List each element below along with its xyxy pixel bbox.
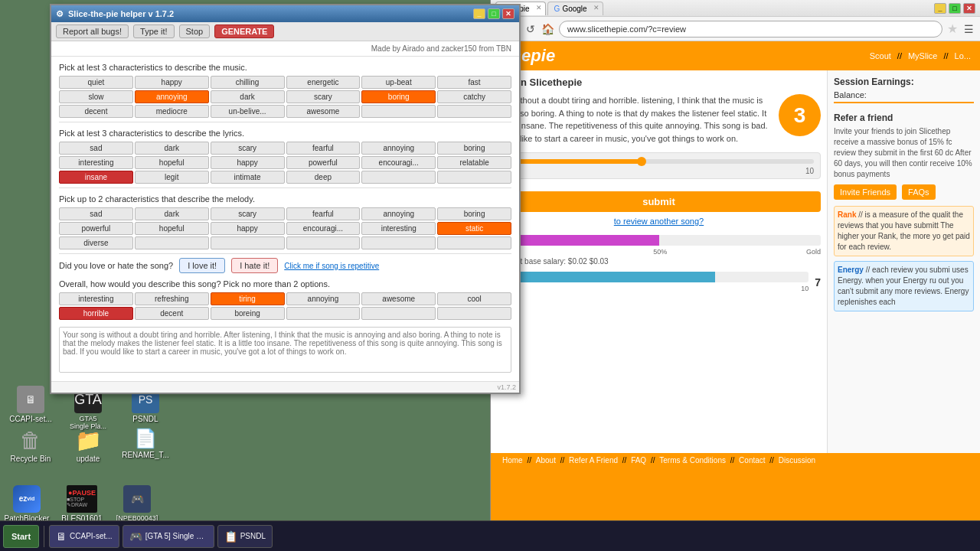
lyrics-tag-powerful[interactable]: powerful: [286, 156, 361, 169]
music-tag-fast[interactable]: fast: [437, 76, 511, 89]
music-tag-dark[interactable]: dark: [211, 90, 285, 103]
nav-myslice-link[interactable]: MySlice: [908, 51, 938, 60]
music-tag-awesome[interactable]: awesome: [286, 105, 361, 118]
desktop-icon-recycle[interactable]: 🗑 Recycle Bin: [4, 425, 57, 466]
lyrics-tag-interesting[interactable]: interesting: [59, 156, 133, 169]
music-tag-unbelievable[interactable]: un-belive...: [211, 105, 285, 118]
browser-minimize-btn[interactable]: _: [934, 3, 946, 14]
hate-btn[interactable]: I hate it!: [231, 258, 278, 273]
lyrics-tag-deep[interactable]: deep: [286, 171, 361, 184]
melody-tag-empty4[interactable]: [361, 236, 436, 249]
overall-tag-tiring[interactable]: tiring: [211, 292, 285, 305]
footer-refer[interactable]: Refer A Friend: [569, 456, 618, 465]
love-btn[interactable]: I love it!: [179, 258, 225, 273]
overall-tag-cool[interactable]: cool: [437, 292, 511, 305]
lyrics-tag-sad[interactable]: sad: [59, 142, 133, 155]
nav-scout-link[interactable]: Scout: [870, 51, 891, 60]
menu-btn[interactable]: ☰: [962, 21, 975, 37]
tab-google-close[interactable]: ✕: [593, 4, 599, 11]
music-tag-scary[interactable]: scary: [286, 90, 361, 103]
overall-tag-boreing[interactable]: boreing: [211, 307, 285, 320]
lyrics-tag-empty1[interactable]: [361, 171, 436, 184]
repetitive-link[interactable]: Click me if song is repetitive: [284, 262, 379, 270]
taskbar-btn-gta[interactable]: 🎮 [GTA 5] Single Pla...: [122, 525, 214, 548]
melody-tag-happy[interactable]: happy: [211, 222, 285, 235]
footer-home[interactable]: Home: [502, 456, 523, 465]
overall-tag-decent[interactable]: decent: [135, 307, 209, 320]
melody-tag-dark[interactable]: dark: [135, 207, 209, 220]
lyrics-tag-happy[interactable]: happy: [211, 156, 285, 169]
lyrics-tag-relatable[interactable]: relatable: [437, 156, 511, 169]
music-tag-happy[interactable]: happy: [135, 76, 209, 89]
lyrics-tag-intimate[interactable]: intimate: [211, 171, 285, 184]
browser-tab-google[interactable]: G Google ✕: [547, 2, 603, 15]
lyrics-tag-insane[interactable]: insane: [59, 171, 133, 184]
faqs-btn[interactable]: FAQs: [902, 184, 936, 200]
music-tag-empty1[interactable]: [361, 105, 436, 118]
stop-btn[interactable]: Stop: [179, 24, 211, 38]
overall-tag-empty2[interactable]: [361, 307, 436, 320]
browser-maximize-btn[interactable]: □: [949, 3, 961, 14]
overall-tag-annoying[interactable]: annoying: [286, 292, 361, 305]
overall-tag-interesting[interactable]: interesting: [59, 292, 133, 305]
footer-about[interactable]: About: [536, 456, 556, 465]
music-tag-quiet[interactable]: quiet: [59, 76, 133, 89]
lyrics-tag-encouraging[interactable]: encouragi...: [361, 156, 436, 169]
music-tag-catchy[interactable]: catchy: [437, 90, 511, 103]
review-another-link[interactable]: to review another song?: [497, 217, 821, 226]
music-tag-chilling[interactable]: chilling: [211, 76, 285, 89]
lyrics-tag-hopeful[interactable]: hopeful: [135, 156, 209, 169]
url-bar[interactable]: [559, 21, 942, 37]
music-tag-slow[interactable]: slow: [59, 90, 133, 103]
overall-tag-empty3[interactable]: [437, 307, 511, 320]
overall-tag-refreshing[interactable]: refreshing: [135, 292, 209, 305]
melody-tag-diverse[interactable]: diverse: [59, 236, 133, 249]
lyrics-tag-annoying[interactable]: annoying: [361, 142, 436, 155]
footer-discussion[interactable]: Discussion: [779, 456, 815, 465]
lyrics-tag-boring[interactable]: boring: [437, 142, 511, 155]
music-tag-energetic[interactable]: energetic: [286, 76, 361, 89]
review-textarea[interactable]: [59, 327, 511, 373]
melody-tag-fearful[interactable]: fearful: [286, 207, 361, 220]
lyrics-tag-legit[interactable]: legit: [135, 171, 209, 184]
helper-maximize-btn[interactable]: □: [488, 8, 500, 19]
tab-stp-close[interactable]: ✕: [536, 4, 542, 11]
music-tag-upbeat[interactable]: up-beat: [361, 76, 436, 89]
melody-tag-encouraging[interactable]: encouragi...: [286, 222, 361, 235]
overall-tag-horrible[interactable]: horrible: [59, 307, 133, 320]
start-button[interactable]: Start: [3, 525, 39, 548]
taskbar-btn-ccapi[interactable]: 🖥 CCAPI-set...: [49, 525, 119, 548]
music-tag-empty2[interactable]: [437, 105, 511, 118]
report-bugs-btn[interactable]: Report all bugs!: [56, 24, 129, 38]
music-tag-decent[interactable]: decent: [59, 105, 133, 118]
melody-tag-powerful[interactable]: powerful: [59, 222, 133, 235]
audio-slider[interactable]: [504, 159, 814, 164]
music-tag-boring[interactable]: boring: [361, 90, 436, 103]
melody-tag-boring[interactable]: boring: [437, 207, 511, 220]
browser-close-btn[interactable]: ✕: [963, 3, 975, 14]
generate-btn[interactable]: GENERATE: [214, 24, 274, 38]
helper-close-btn[interactable]: ✕: [502, 8, 514, 19]
melody-tag-static[interactable]: static: [437, 222, 511, 235]
melody-tag-empty5[interactable]: [437, 236, 511, 249]
melody-tag-empty3[interactable]: [286, 236, 361, 249]
invite-friends-btn[interactable]: Invite Friends: [834, 184, 897, 200]
nav-log-link[interactable]: Lo...: [955, 51, 971, 60]
footer-faq[interactable]: FAQ: [631, 456, 646, 465]
reload-btn[interactable]: ↺: [524, 21, 537, 37]
melody-tag-interesting[interactable]: interesting: [361, 222, 436, 235]
lyrics-tag-dark[interactable]: dark: [135, 142, 209, 155]
music-tag-annoying[interactable]: annoying: [135, 90, 209, 103]
taskbar-btn-psndl[interactable]: 📋 PSNDL: [217, 525, 273, 548]
desktop-icon-update[interactable]: 📁 update: [61, 425, 115, 466]
melody-tag-hopeful[interactable]: hopeful: [135, 222, 209, 235]
lyrics-tag-fearful[interactable]: fearful: [286, 142, 361, 155]
melody-tag-empty1[interactable]: [135, 236, 209, 249]
desktop-icon-rename[interactable]: 📄 RENAME_T...: [119, 425, 172, 466]
bookmark-btn[interactable]: ★: [946, 20, 959, 37]
lyrics-tag-empty2[interactable]: [437, 171, 511, 184]
overall-tag-awesome[interactable]: awesome: [361, 292, 436, 305]
lyrics-tag-scary[interactable]: scary: [211, 142, 285, 155]
melody-tag-annoying[interactable]: annoying: [361, 207, 436, 220]
submit-btn[interactable]: submit: [497, 191, 821, 212]
